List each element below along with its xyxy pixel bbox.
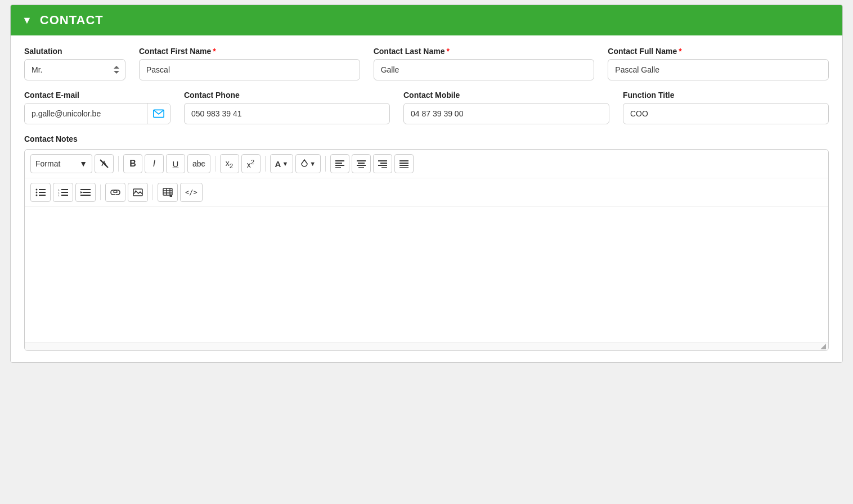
editor-container: Format ▼ B bbox=[24, 149, 829, 351]
format-label: Format bbox=[35, 159, 60, 168]
salutation-group: Salutation Mr. Mrs. Ms. Dr. Prof. bbox=[24, 47, 125, 80]
toolbar-separator-4 bbox=[325, 156, 326, 172]
indent-icon bbox=[80, 188, 91, 196]
email-icon bbox=[153, 109, 164, 118]
image-button[interactable] bbox=[128, 183, 148, 202]
svg-text:3.: 3. bbox=[58, 194, 60, 196]
underline-label: U bbox=[173, 159, 179, 169]
email-input[interactable] bbox=[25, 104, 147, 124]
first-name-input[interactable] bbox=[139, 59, 360, 80]
last-name-input[interactable] bbox=[374, 59, 595, 80]
format-dropdown-button[interactable]: Format ▼ bbox=[30, 154, 92, 173]
mobile-label: Contact Mobile bbox=[403, 91, 609, 100]
underline-button[interactable]: U bbox=[166, 154, 185, 173]
salutation-label: Salutation bbox=[24, 47, 125, 56]
editor-footer bbox=[25, 342, 828, 350]
table-icon bbox=[163, 188, 173, 197]
image-icon bbox=[133, 188, 143, 196]
resize-handle[interactable] bbox=[820, 344, 826, 349]
italic-button[interactable]: I bbox=[145, 154, 164, 173]
code-label: </> bbox=[185, 188, 197, 196]
contact-panel: ▼ CONTACT Salutation Mr. Mrs. Ms. Dr. Pr… bbox=[10, 4, 843, 363]
last-name-group: Contact Last Name* bbox=[374, 47, 595, 80]
svg-marker-34 bbox=[80, 191, 83, 194]
bullet-list-icon bbox=[35, 188, 46, 196]
first-name-label: Contact First Name* bbox=[139, 47, 360, 56]
phone-input[interactable] bbox=[184, 103, 390, 124]
email-label: Contact E-mail bbox=[24, 91, 170, 100]
notes-section: Contact Notes Format ▼ bbox=[24, 134, 829, 351]
mobile-group: Contact Mobile bbox=[403, 91, 609, 124]
numbered-list-button[interactable]: 1. 2. 3. bbox=[53, 183, 73, 202]
code-button[interactable]: </> bbox=[180, 183, 203, 202]
full-name-input[interactable] bbox=[608, 59, 829, 80]
drop-icon bbox=[300, 159, 308, 169]
justify-button[interactable] bbox=[394, 154, 414, 173]
strikethrough-button[interactable]: abc bbox=[187, 154, 210, 173]
justify-icon bbox=[399, 160, 408, 168]
link-icon bbox=[110, 188, 120, 196]
align-left-button[interactable] bbox=[330, 154, 349, 173]
toolbar-separator-5 bbox=[100, 184, 101, 200]
italic-label: I bbox=[153, 159, 155, 169]
toolbar-separator-2 bbox=[215, 156, 216, 172]
link-button[interactable] bbox=[105, 183, 125, 202]
no-pen-icon bbox=[100, 159, 109, 168]
highlight-color-button[interactable]: ▼ bbox=[295, 154, 321, 173]
email-send-button[interactable] bbox=[147, 104, 170, 124]
subscript-button[interactable]: x2 bbox=[220, 154, 239, 173]
toolbar-separator-6 bbox=[152, 184, 153, 200]
function-input[interactable] bbox=[623, 103, 829, 124]
align-center-icon bbox=[357, 160, 366, 168]
last-name-label: Contact Last Name* bbox=[374, 47, 595, 56]
email-wrapper bbox=[24, 103, 170, 124]
highlight-arrow-icon: ▼ bbox=[309, 160, 316, 167]
panel-header: ▼ CONTACT bbox=[11, 5, 842, 35]
mobile-input[interactable] bbox=[403, 103, 609, 124]
email-group: Contact E-mail bbox=[24, 91, 170, 124]
superscript-button[interactable]: x2 bbox=[241, 154, 261, 173]
font-color-button[interactable]: A ▼ bbox=[270, 154, 294, 173]
svg-rect-38 bbox=[163, 188, 172, 195]
strikethrough-label: abc bbox=[192, 159, 205, 168]
font-color-arrow-icon: ▼ bbox=[282, 160, 288, 167]
dropdown-arrow-icon: ▼ bbox=[79, 159, 87, 168]
subscript-label: x2 bbox=[226, 159, 233, 169]
eraser-button[interactable] bbox=[95, 154, 114, 173]
form-row-1: Salutation Mr. Mrs. Ms. Dr. Prof. Contac… bbox=[24, 47, 829, 80]
align-center-button[interactable] bbox=[352, 154, 371, 173]
full-name-label: Contact Full Name* bbox=[608, 47, 829, 56]
notes-editor[interactable] bbox=[25, 207, 828, 342]
svg-point-20 bbox=[36, 192, 38, 194]
bold-button[interactable]: B bbox=[123, 154, 142, 173]
toolbar-row-2: 1. 2. 3. bbox=[25, 178, 828, 207]
toolbar-separator-3 bbox=[265, 156, 266, 172]
salutation-select[interactable]: Mr. Mrs. Ms. Dr. Prof. bbox=[24, 59, 125, 80]
first-name-group: Contact First Name* bbox=[139, 47, 360, 80]
required-star-2: * bbox=[446, 47, 449, 56]
phone-label: Contact Phone bbox=[184, 91, 390, 100]
form-row-2: Contact E-mail Contact Phone Contact Mob bbox=[24, 91, 829, 124]
svg-point-21 bbox=[36, 195, 38, 196]
font-color-label: A bbox=[275, 159, 281, 169]
function-group: Function Title bbox=[623, 91, 829, 124]
table-button[interactable] bbox=[158, 183, 178, 202]
numbered-list-icon: 1. 2. 3. bbox=[58, 188, 68, 196]
chevron-down-icon[interactable]: ▼ bbox=[22, 15, 32, 26]
align-right-button[interactable] bbox=[373, 154, 392, 173]
superscript-label: x2 bbox=[247, 158, 254, 169]
required-star: * bbox=[213, 47, 216, 56]
function-label: Function Title bbox=[623, 91, 829, 100]
toolbar-separator-1 bbox=[118, 156, 119, 172]
align-right-icon bbox=[378, 160, 387, 168]
full-name-group: Contact Full Name* bbox=[608, 47, 829, 80]
indent-button[interactable] bbox=[75, 183, 96, 202]
phone-group: Contact Phone bbox=[184, 91, 390, 124]
panel-title: CONTACT bbox=[40, 13, 104, 28]
bold-label: B bbox=[129, 159, 136, 169]
svg-point-19 bbox=[36, 189, 38, 191]
toolbar-row-1: Format ▼ B bbox=[25, 150, 828, 178]
align-left-icon bbox=[335, 160, 344, 168]
bullet-list-button[interactable] bbox=[30, 183, 51, 202]
panel-body: Salutation Mr. Mrs. Ms. Dr. Prof. Contac… bbox=[11, 35, 842, 362]
